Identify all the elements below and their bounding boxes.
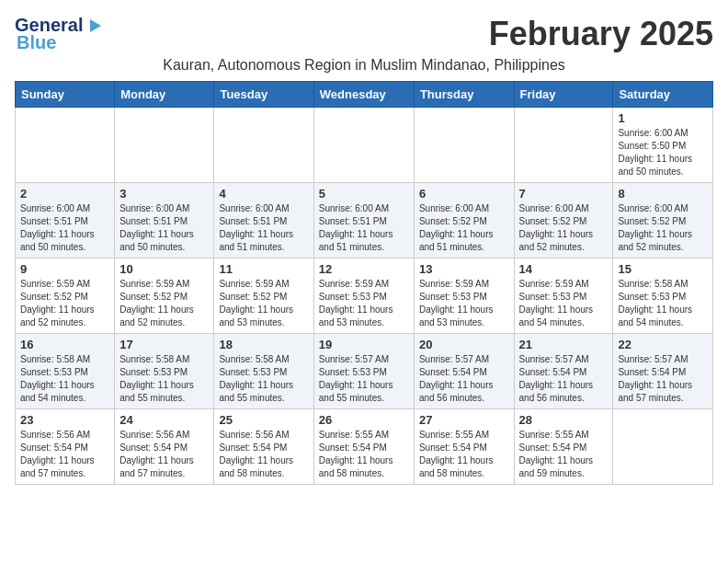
day-number: 21 — [519, 338, 609, 351]
table-cell: 23Sunrise: 5:56 AM Sunset: 5:54 PM Dayli… — [16, 409, 115, 485]
col-monday: Monday — [115, 82, 214, 108]
month-title: February 2025 — [489, 15, 713, 53]
day-info: Sunrise: 5:59 AM Sunset: 5:53 PM Dayligh… — [319, 278, 409, 329]
day-number: 16 — [20, 338, 109, 351]
day-number: 27 — [419, 413, 509, 427]
day-info: Sunrise: 6:00 AM Sunset: 5:50 PM Dayligh… — [618, 127, 708, 178]
day-number: 15 — [618, 262, 708, 276]
table-cell: 18Sunrise: 5:58 AM Sunset: 5:53 PM Dayli… — [214, 334, 313, 409]
day-number: 3 — [119, 187, 209, 201]
day-number: 1 — [618, 111, 708, 125]
calendar-week-row: 2Sunrise: 6:00 AM Sunset: 5:51 PM Daylig… — [16, 183, 713, 259]
table-cell: 21Sunrise: 5:57 AM Sunset: 5:54 PM Dayli… — [514, 334, 613, 409]
day-info: Sunrise: 5:57 AM Sunset: 5:54 PM Dayligh… — [618, 353, 708, 405]
col-friday: Friday — [514, 82, 613, 108]
day-info: Sunrise: 5:56 AM Sunset: 5:54 PM Dayligh… — [119, 429, 209, 480]
logo-blue-text: Blue — [17, 32, 56, 53]
header-row: Sunday Monday Tuesday Wednesday Thursday… — [16, 82, 713, 108]
day-info: Sunrise: 5:56 AM Sunset: 5:54 PM Dayligh… — [219, 429, 308, 480]
logo-arrow-icon — [85, 16, 105, 36]
table-cell: 17Sunrise: 5:58 AM Sunset: 5:53 PM Dayli… — [115, 334, 214, 409]
top-section: General Blue February 2025 — [15, 15, 713, 53]
day-number: 8 — [618, 187, 708, 201]
table-cell — [115, 108, 214, 183]
table-cell: 24Sunrise: 5:56 AM Sunset: 5:54 PM Dayli… — [115, 409, 214, 485]
table-cell: 8Sunrise: 6:00 AM Sunset: 5:52 PM Daylig… — [613, 183, 713, 259]
col-saturday: Saturday — [613, 82, 713, 108]
day-number: 7 — [519, 187, 609, 201]
day-info: Sunrise: 5:56 AM Sunset: 5:54 PM Dayligh… — [20, 429, 109, 480]
day-info: Sunrise: 5:57 AM Sunset: 5:54 PM Dayligh… — [519, 353, 609, 405]
table-cell — [414, 108, 514, 183]
day-number: 24 — [119, 413, 209, 427]
day-number: 11 — [219, 262, 308, 276]
table-cell — [313, 108, 414, 183]
calendar-week-row: 23Sunrise: 5:56 AM Sunset: 5:54 PM Dayli… — [16, 409, 713, 485]
logo: General Blue — [15, 15, 105, 53]
day-info: Sunrise: 5:57 AM Sunset: 5:54 PM Dayligh… — [419, 353, 509, 405]
svg-marker-0 — [90, 19, 101, 32]
day-info: Sunrise: 5:57 AM Sunset: 5:53 PM Dayligh… — [319, 353, 409, 405]
col-thursday: Thursday — [414, 82, 514, 108]
table-cell — [16, 108, 115, 183]
table-cell: 22Sunrise: 5:57 AM Sunset: 5:54 PM Dayli… — [613, 334, 713, 409]
table-cell: 1Sunrise: 6:00 AM Sunset: 5:50 PM Daylig… — [613, 108, 713, 183]
day-number: 17 — [119, 338, 209, 351]
table-cell: 25Sunrise: 5:56 AM Sunset: 5:54 PM Dayli… — [214, 409, 313, 485]
table-cell: 7Sunrise: 6:00 AM Sunset: 5:52 PM Daylig… — [514, 183, 613, 259]
day-info: Sunrise: 5:59 AM Sunset: 5:53 PM Dayligh… — [419, 278, 509, 329]
table-cell: 6Sunrise: 6:00 AM Sunset: 5:52 PM Daylig… — [414, 183, 514, 259]
day-info: Sunrise: 6:00 AM Sunset: 5:52 PM Dayligh… — [419, 202, 509, 254]
location-title: Kauran, Autonomous Region in Muslim Mind… — [15, 57, 713, 74]
table-cell: 11Sunrise: 5:59 AM Sunset: 5:52 PM Dayli… — [214, 259, 313, 334]
calendar-week-row: 9Sunrise: 5:59 AM Sunset: 5:52 PM Daylig… — [16, 259, 713, 334]
day-number: 14 — [519, 262, 609, 276]
table-cell: 19Sunrise: 5:57 AM Sunset: 5:53 PM Dayli… — [313, 334, 414, 409]
table-cell: 26Sunrise: 5:55 AM Sunset: 5:54 PM Dayli… — [313, 409, 414, 485]
calendar-table: Sunday Monday Tuesday Wednesday Thursday… — [15, 81, 713, 485]
table-cell: 3Sunrise: 6:00 AM Sunset: 5:51 PM Daylig… — [115, 183, 214, 259]
day-info: Sunrise: 5:59 AM Sunset: 5:53 PM Dayligh… — [519, 278, 609, 329]
day-number: 10 — [119, 262, 209, 276]
day-number: 12 — [319, 262, 409, 276]
table-cell: 5Sunrise: 6:00 AM Sunset: 5:51 PM Daylig… — [313, 183, 414, 259]
day-number: 28 — [519, 413, 609, 427]
day-info: Sunrise: 5:58 AM Sunset: 5:53 PM Dayligh… — [20, 353, 109, 405]
table-cell — [214, 108, 313, 183]
day-info: Sunrise: 5:59 AM Sunset: 5:52 PM Dayligh… — [119, 278, 209, 329]
day-info: Sunrise: 6:00 AM Sunset: 5:52 PM Dayligh… — [618, 202, 708, 254]
table-cell — [613, 409, 713, 485]
day-info: Sunrise: 6:00 AM Sunset: 5:51 PM Dayligh… — [219, 202, 308, 254]
day-number: 5 — [319, 187, 409, 201]
day-info: Sunrise: 5:55 AM Sunset: 5:54 PM Dayligh… — [419, 429, 509, 480]
day-number: 4 — [219, 187, 308, 201]
table-cell: 27Sunrise: 5:55 AM Sunset: 5:54 PM Dayli… — [414, 409, 514, 485]
day-info: Sunrise: 5:59 AM Sunset: 5:52 PM Dayligh… — [219, 278, 308, 329]
day-info: Sunrise: 6:00 AM Sunset: 5:52 PM Dayligh… — [519, 202, 609, 254]
day-info: Sunrise: 6:00 AM Sunset: 5:51 PM Dayligh… — [119, 202, 209, 254]
col-sunday: Sunday — [16, 82, 115, 108]
table-cell: 28Sunrise: 5:55 AM Sunset: 5:54 PM Dayli… — [514, 409, 613, 485]
day-number: 22 — [618, 338, 708, 351]
table-cell: 4Sunrise: 6:00 AM Sunset: 5:51 PM Daylig… — [214, 183, 313, 259]
day-number: 6 — [419, 187, 509, 201]
day-info: Sunrise: 5:55 AM Sunset: 5:54 PM Dayligh… — [319, 429, 409, 480]
col-tuesday: Tuesday — [214, 82, 313, 108]
table-cell: 16Sunrise: 5:58 AM Sunset: 5:53 PM Dayli… — [16, 334, 115, 409]
day-info: Sunrise: 5:58 AM Sunset: 5:53 PM Dayligh… — [219, 353, 308, 405]
day-number: 23 — [20, 413, 109, 427]
table-cell: 12Sunrise: 5:59 AM Sunset: 5:53 PM Dayli… — [313, 259, 414, 334]
day-number: 25 — [219, 413, 308, 427]
day-number: 20 — [419, 338, 509, 351]
table-cell: 14Sunrise: 5:59 AM Sunset: 5:53 PM Dayli… — [514, 259, 613, 334]
day-info: Sunrise: 5:58 AM Sunset: 5:53 PM Dayligh… — [119, 353, 209, 405]
day-info: Sunrise: 5:55 AM Sunset: 5:54 PM Dayligh… — [519, 429, 609, 480]
day-number: 9 — [20, 262, 109, 276]
day-number: 18 — [219, 338, 308, 351]
day-info: Sunrise: 5:58 AM Sunset: 5:53 PM Dayligh… — [618, 278, 708, 329]
day-number: 13 — [419, 262, 509, 276]
table-cell — [514, 108, 613, 183]
table-cell: 20Sunrise: 5:57 AM Sunset: 5:54 PM Dayli… — [414, 334, 514, 409]
calendar-week-row: 16Sunrise: 5:58 AM Sunset: 5:53 PM Dayli… — [16, 334, 713, 409]
day-number: 2 — [20, 187, 109, 201]
